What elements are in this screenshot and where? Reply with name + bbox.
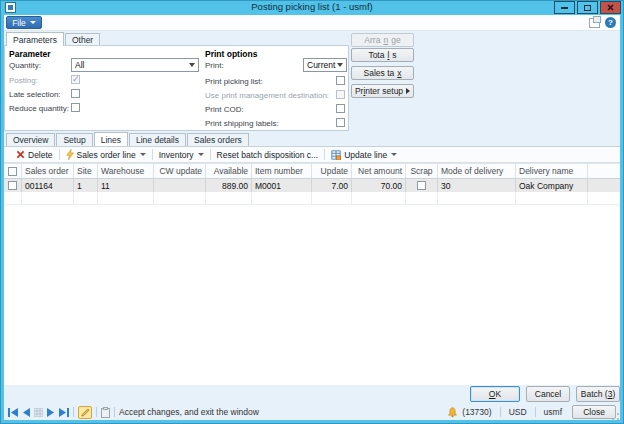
close-window-button[interactable]: [600, 1, 621, 14]
quantity-select[interactable]: All: [71, 58, 199, 72]
close-icon: [607, 4, 614, 11]
posting-checkbox[interactable]: [71, 75, 80, 84]
col-update[interactable]: Update: [312, 164, 352, 178]
inventory-menu-button[interactable]: Inventory: [153, 147, 210, 162]
update-line-label: Update line: [344, 150, 387, 160]
notification-bell-icon[interactable]: [447, 407, 458, 418]
chevron-down-icon: [189, 63, 195, 67]
posting-picking-list-window: Posting picking list (1 - usmf) File Par…: [0, 0, 624, 424]
arrange-button[interactable]: Arrange: [351, 33, 414, 47]
chevron-down-icon: [30, 21, 36, 24]
print-cod-checkbox[interactable]: [336, 104, 345, 113]
cell-site: 1: [74, 179, 98, 192]
col-mode-of-delivery[interactable]: Mode of delivery: [438, 164, 516, 178]
cell-net-amount: 70.00: [352, 179, 406, 192]
chevron-down-icon: [337, 63, 343, 67]
tab-setup[interactable]: Setup: [56, 133, 92, 146]
main-tabstrip: Overview Setup Lines Line details Sales …: [6, 132, 250, 146]
delete-label: Delete: [28, 150, 53, 160]
chevron-down-icon: [140, 153, 146, 156]
tab-lines[interactable]: Lines: [94, 132, 128, 146]
batch-button[interactable]: Batch (3): [576, 386, 620, 402]
edit-mode-button[interactable]: [78, 406, 92, 419]
notification-count[interactable]: (13730): [462, 407, 491, 417]
window-content: File Parameters Other Parameter Quantity…: [4, 15, 620, 420]
row-checkbox[interactable]: [8, 181, 17, 190]
select-all-checkbox[interactable]: [8, 167, 17, 176]
delete-button[interactable]: Delete: [10, 147, 59, 162]
use-print-mgmt-checkbox[interactable]: [336, 90, 345, 99]
status-bar: Accept changes, and exit the window (137…: [4, 404, 620, 420]
restore-layout-icon[interactable]: [589, 18, 600, 28]
record-navigation: [8, 408, 69, 417]
minimize-button[interactable]: [554, 1, 575, 14]
col-available[interactable]: Available: [206, 164, 252, 178]
cell-sales-order: 001164: [22, 179, 74, 192]
chevron-down-icon: [198, 153, 204, 156]
parameter-tabstrip: Parameters Other: [6, 32, 101, 46]
status-message: Accept changes, and exit the window: [119, 407, 259, 417]
lightning-icon: [66, 149, 74, 160]
last-record-icon[interactable]: [59, 408, 69, 417]
col-sales-order[interactable]: Sales order: [22, 164, 74, 178]
print-shipping-labels-label: Print shipping labels:: [205, 119, 279, 128]
print-label: Print:: [205, 61, 224, 70]
tab-sales-orders[interactable]: Sales orders: [187, 133, 249, 146]
file-menu-button[interactable]: File: [6, 16, 42, 29]
tab-parameters[interactable]: Parameters: [6, 32, 64, 46]
menu-bar: File: [4, 15, 620, 31]
tab-overview[interactable]: Overview: [6, 133, 55, 146]
sales-order-line-menu-button[interactable]: Sales order line: [60, 147, 152, 162]
reduce-quantity-label: Reduce quantity:: [9, 104, 69, 113]
submenu-arrow-icon: [406, 88, 410, 94]
posting-label: Posting:: [9, 76, 38, 85]
grid-view-icon[interactable]: [34, 408, 43, 417]
print-value: Current: [307, 60, 335, 70]
first-record-icon[interactable]: [8, 408, 18, 417]
inventory-label: Inventory: [159, 150, 194, 160]
maximize-button[interactable]: [577, 1, 598, 14]
col-scrap[interactable]: Scrap: [406, 164, 438, 178]
reset-batch-disposition-button[interactable]: Reset batch disposition c...: [211, 147, 325, 162]
col-delivery-name[interactable]: Delivery name: [516, 164, 588, 178]
print-picking-list-checkbox[interactable]: [336, 76, 345, 85]
chevron-down-icon: [391, 153, 397, 156]
col-site[interactable]: Site: [74, 164, 98, 178]
close-button[interactable]: Close: [572, 405, 616, 419]
help-icon[interactable]: [605, 17, 616, 28]
print-shipping-labels-checkbox[interactable]: [336, 118, 345, 127]
separator: [535, 407, 536, 417]
tab-line-details[interactable]: Line details: [129, 133, 186, 146]
col-net-amount[interactable]: Net amount: [352, 164, 406, 178]
paste-icon[interactable]: [101, 407, 110, 418]
reset-batch-label: Reset batch disposition c...: [217, 150, 319, 160]
col-warehouse[interactable]: Warehouse: [98, 164, 154, 178]
delete-icon: [16, 150, 25, 159]
cell-item-number: M0001: [252, 179, 312, 192]
resize-grip[interactable]: [612, 413, 619, 420]
file-menu-label: File: [12, 18, 26, 28]
empty-grid-row: [4, 192, 620, 205]
previous-record-icon[interactable]: [22, 408, 30, 417]
cell-scrap: [406, 179, 438, 192]
next-record-icon[interactable]: [47, 408, 55, 417]
update-line-menu-button[interactable]: Update line: [325, 147, 403, 162]
cancel-button[interactable]: Cancel: [526, 386, 570, 402]
cell-update: 7.00: [312, 179, 352, 192]
col-cw-update[interactable]: CW update: [154, 164, 206, 178]
cell-warehouse: 11: [98, 179, 154, 192]
col-item-number[interactable]: Item number: [252, 164, 312, 178]
ok-button[interactable]: OK: [470, 386, 520, 402]
scrap-checkbox[interactable]: [417, 181, 426, 190]
company-indicator: usmf: [544, 407, 562, 417]
cell-available: 889.00: [206, 179, 252, 192]
print-select[interactable]: Current: [303, 58, 347, 72]
late-selection-checkbox[interactable]: [71, 89, 80, 98]
reduce-quantity-checkbox[interactable]: [71, 103, 80, 112]
table-row[interactable]: 001164 1 11 889.00 M0001 7.00 70.00 30 O…: [4, 179, 620, 192]
totals-button[interactable]: Totals: [351, 48, 414, 62]
maximize-icon: [584, 5, 591, 11]
lines-grid: Sales order Site Warehouse CW update Ava…: [4, 163, 620, 385]
printer-setup-button[interactable]: Printer setup: [351, 84, 414, 98]
sales-tax-button[interactable]: Sales tax: [351, 66, 414, 80]
